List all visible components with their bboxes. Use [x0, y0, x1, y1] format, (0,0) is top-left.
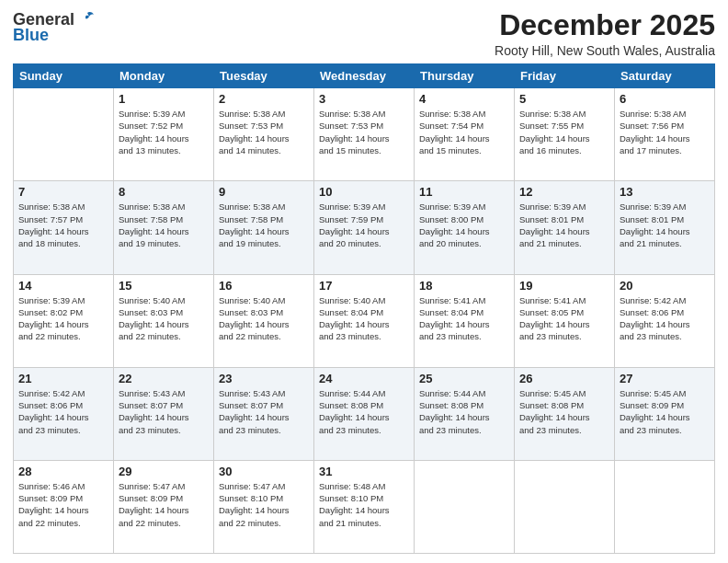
table-row: 18Sunrise: 5:41 AM Sunset: 8:04 PM Dayli… [415, 274, 515, 367]
day-number: 14 [18, 279, 108, 293]
table-row: 19Sunrise: 5:41 AM Sunset: 8:05 PM Dayli… [515, 274, 615, 367]
day-number: 23 [219, 372, 309, 385]
table-row: 7Sunrise: 5:38 AM Sunset: 7:57 PM Daylig… [14, 181, 114, 274]
day-number: 24 [319, 372, 409, 385]
table-row: 27Sunrise: 5:45 AM Sunset: 8:09 PM Dayli… [615, 367, 715, 460]
table-row: 11Sunrise: 5:39 AM Sunset: 8:00 PM Dayli… [415, 181, 515, 274]
header-monday: Monday [114, 64, 214, 88]
table-row: 22Sunrise: 5:43 AM Sunset: 8:07 PM Dayli… [114, 367, 214, 460]
table-row: 2Sunrise: 5:38 AM Sunset: 7:53 PM Daylig… [214, 88, 314, 181]
day-info: Sunrise: 5:39 AM Sunset: 8:01 PM Dayligh… [519, 201, 609, 249]
calendar-week-row: 14Sunrise: 5:39 AM Sunset: 8:02 PM Dayli… [14, 274, 715, 367]
day-number: 3 [319, 92, 409, 106]
table-row: 16Sunrise: 5:40 AM Sunset: 8:03 PM Dayli… [214, 274, 314, 367]
header-thursday: Thursday [415, 64, 515, 88]
table-row: 15Sunrise: 5:40 AM Sunset: 8:03 PM Dayli… [114, 274, 214, 367]
day-info: Sunrise: 5:46 AM Sunset: 8:09 PM Dayligh… [18, 480, 108, 529]
day-number: 19 [519, 279, 609, 293]
day-number: 20 [620, 279, 710, 293]
day-number: 4 [419, 92, 509, 106]
day-number: 29 [119, 465, 209, 478]
table-row [14, 88, 114, 181]
day-info: Sunrise: 5:38 AM Sunset: 7:58 PM Dayligh… [119, 201, 209, 249]
table-row [515, 460, 615, 553]
table-row: 17Sunrise: 5:40 AM Sunset: 8:04 PM Dayli… [314, 274, 415, 367]
header: General Blue December 2025 Rooty Hill, N… [13, 9, 715, 58]
day-number: 6 [620, 92, 710, 106]
day-number: 11 [419, 185, 509, 199]
day-number: 2 [219, 92, 309, 106]
table-row [415, 460, 515, 553]
table-row: 10Sunrise: 5:39 AM Sunset: 7:59 PM Dayli… [314, 181, 415, 274]
header-sunday: Sunday [14, 64, 114, 88]
day-info: Sunrise: 5:48 AM Sunset: 8:10 PM Dayligh… [319, 480, 409, 529]
day-number: 7 [18, 185, 108, 199]
table-row: 20Sunrise: 5:42 AM Sunset: 8:06 PM Dayli… [615, 274, 715, 367]
day-number: 30 [219, 465, 309, 478]
day-number: 27 [620, 372, 710, 385]
logo-blue: Blue [13, 26, 49, 45]
day-info: Sunrise: 5:38 AM Sunset: 7:56 PM Dayligh… [620, 108, 710, 156]
day-number: 15 [119, 279, 209, 293]
day-info: Sunrise: 5:40 AM Sunset: 8:04 PM Dayligh… [319, 294, 409, 343]
table-row: 9Sunrise: 5:38 AM Sunset: 7:58 PM Daylig… [214, 181, 314, 274]
month-title: December 2025 [495, 9, 715, 41]
day-info: Sunrise: 5:38 AM Sunset: 7:53 PM Dayligh… [319, 108, 409, 156]
header-saturday: Saturday [615, 64, 715, 88]
day-info: Sunrise: 5:41 AM Sunset: 8:05 PM Dayligh… [519, 294, 609, 343]
table-row: 14Sunrise: 5:39 AM Sunset: 8:02 PM Dayli… [14, 274, 114, 367]
logo: General Blue [13, 9, 97, 45]
table-row: 31Sunrise: 5:48 AM Sunset: 8:10 PM Dayli… [314, 460, 415, 553]
day-info: Sunrise: 5:47 AM Sunset: 8:09 PM Dayligh… [119, 480, 209, 529]
day-info: Sunrise: 5:42 AM Sunset: 8:06 PM Dayligh… [620, 294, 710, 343]
day-info: Sunrise: 5:39 AM Sunset: 8:02 PM Dayligh… [18, 294, 108, 343]
calendar-week-row: 1Sunrise: 5:39 AM Sunset: 7:52 PM Daylig… [14, 88, 715, 181]
page: General Blue December 2025 Rooty Hill, N… [0, 0, 728, 563]
table-row: 1Sunrise: 5:39 AM Sunset: 7:52 PM Daylig… [114, 88, 214, 181]
day-number: 25 [419, 372, 509, 385]
day-info: Sunrise: 5:39 AM Sunset: 7:59 PM Dayligh… [319, 201, 409, 249]
day-info: Sunrise: 5:44 AM Sunset: 8:08 PM Dayligh… [319, 387, 409, 436]
day-info: Sunrise: 5:39 AM Sunset: 8:00 PM Dayligh… [419, 201, 509, 249]
table-row: 24Sunrise: 5:44 AM Sunset: 8:08 PM Dayli… [314, 367, 415, 460]
calendar-week-row: 21Sunrise: 5:42 AM Sunset: 8:06 PM Dayli… [14, 367, 715, 460]
day-info: Sunrise: 5:38 AM Sunset: 7:53 PM Dayligh… [219, 108, 309, 156]
day-number: 31 [319, 465, 409, 478]
table-row: 25Sunrise: 5:44 AM Sunset: 8:08 PM Dayli… [415, 367, 515, 460]
day-info: Sunrise: 5:39 AM Sunset: 8:01 PM Dayligh… [620, 201, 710, 249]
table-row: 4Sunrise: 5:38 AM Sunset: 7:54 PM Daylig… [415, 88, 515, 181]
day-number: 28 [18, 465, 108, 478]
title-block: December 2025 Rooty Hill, New South Wale… [495, 9, 715, 58]
day-info: Sunrise: 5:44 AM Sunset: 8:08 PM Dayligh… [419, 387, 509, 436]
day-number: 8 [119, 185, 209, 199]
header-tuesday: Tuesday [214, 64, 314, 88]
day-info: Sunrise: 5:47 AM Sunset: 8:10 PM Dayligh… [219, 480, 309, 529]
day-number: 10 [319, 185, 409, 199]
day-info: Sunrise: 5:40 AM Sunset: 8:03 PM Dayligh… [119, 294, 209, 343]
day-number: 13 [620, 185, 710, 199]
day-info: Sunrise: 5:39 AM Sunset: 7:52 PM Dayligh… [119, 108, 209, 156]
table-row: 26Sunrise: 5:45 AM Sunset: 8:08 PM Dayli… [515, 367, 615, 460]
logo-bird-icon [76, 9, 97, 29]
header-wednesday: Wednesday [314, 64, 415, 88]
day-info: Sunrise: 5:42 AM Sunset: 8:06 PM Dayligh… [18, 387, 108, 436]
day-info: Sunrise: 5:38 AM Sunset: 7:54 PM Dayligh… [419, 108, 509, 156]
day-info: Sunrise: 5:40 AM Sunset: 8:03 PM Dayligh… [219, 294, 309, 343]
table-row: 5Sunrise: 5:38 AM Sunset: 7:55 PM Daylig… [515, 88, 615, 181]
day-number: 1 [119, 92, 209, 106]
day-number: 17 [319, 279, 409, 293]
table-row: 6Sunrise: 5:38 AM Sunset: 7:56 PM Daylig… [615, 88, 715, 181]
table-row: 12Sunrise: 5:39 AM Sunset: 8:01 PM Dayli… [515, 181, 615, 274]
calendar-week-row: 7Sunrise: 5:38 AM Sunset: 7:57 PM Daylig… [14, 181, 715, 274]
table-row: 29Sunrise: 5:47 AM Sunset: 8:09 PM Dayli… [114, 460, 214, 553]
table-row: 21Sunrise: 5:42 AM Sunset: 8:06 PM Dayli… [14, 367, 114, 460]
day-info: Sunrise: 5:45 AM Sunset: 8:08 PM Dayligh… [519, 387, 609, 436]
day-info: Sunrise: 5:43 AM Sunset: 8:07 PM Dayligh… [119, 387, 209, 436]
day-number: 22 [119, 372, 209, 385]
calendar-table: Sunday Monday Tuesday Wednesday Thursday… [13, 63, 715, 554]
table-row [615, 460, 715, 553]
calendar-week-row: 28Sunrise: 5:46 AM Sunset: 8:09 PM Dayli… [14, 460, 715, 553]
day-number: 12 [519, 185, 609, 199]
location: Rooty Hill, New South Wales, Australia [495, 43, 715, 58]
day-info: Sunrise: 5:45 AM Sunset: 8:09 PM Dayligh… [620, 387, 710, 436]
